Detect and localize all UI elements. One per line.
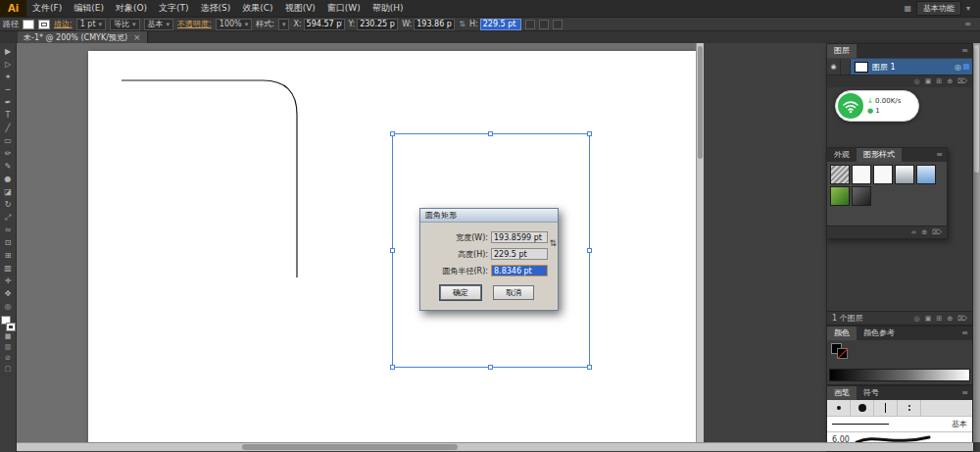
stroke-weight-dropdown[interactable]: 1 pt ▾ [76, 19, 106, 30]
fill-color-swatch[interactable] [23, 20, 34, 29]
color-mode-button[interactable]: ■ [1, 331, 16, 342]
selection-handle[interactable] [587, 131, 592, 136]
canvas[interactable] [17, 43, 704, 442]
shape-builder-tool[interactable]: ⊞ [1, 249, 16, 262]
paintbrush-tool[interactable]: ✏ [1, 147, 16, 160]
screen-mode-button[interactable]: ▢ [1, 364, 16, 375]
network-speed-widget[interactable]: ↓ 0.00K/s ● 1 [835, 90, 919, 122]
align-vertical-icon[interactable] [539, 20, 549, 29]
style-swatch-white[interactable] [852, 165, 871, 184]
menu-effect[interactable]: 效果(C) [236, 0, 278, 17]
tab-symbols[interactable]: 符号 [857, 386, 886, 400]
style-swatch-blue-gradient[interactable] [916, 165, 936, 184]
direct-selection-tool[interactable]: ▷ [1, 58, 16, 71]
stroke-swatch[interactable] [6, 323, 16, 331]
eyedropper-tool[interactable]: ✛ [1, 275, 16, 287]
close-icon[interactable]: × [133, 32, 141, 42]
style-dropdown[interactable]: ▾ [278, 19, 290, 30]
link-dimensions-icon[interactable]: ⇅ [549, 238, 557, 248]
blob-brush-tool[interactable]: ● [1, 173, 16, 185]
layer-thumbnail[interactable] [855, 62, 868, 73]
workspace-switcher[interactable]: 基本功能 [916, 1, 961, 16]
locate-object-icon[interactable]: ◎ [914, 315, 920, 323]
new-layer-icon[interactable]: ⊕ [947, 315, 953, 323]
selection-handle[interactable] [488, 365, 493, 370]
brush-item-large-dot[interactable] [851, 400, 874, 416]
target-icon[interactable]: ◎ [953, 63, 963, 72]
tab-color[interactable]: 颜色 [827, 326, 857, 340]
clipping-mask-icon[interactable]: ▣ [925, 77, 932, 85]
panel-menu-icon[interactable]: ≡ [957, 44, 972, 58]
tab-layers[interactable]: 图层 [827, 44, 857, 58]
link-dimensions-icon[interactable]: ⇅ [459, 20, 466, 28]
height-input[interactable] [491, 248, 548, 260]
x-input[interactable] [304, 19, 345, 30]
magic-wand-tool[interactable]: ✶ [1, 71, 16, 83]
trash-icon[interactable]: ⌦ [957, 315, 967, 323]
lock-cell[interactable] [841, 59, 851, 75]
tab-appearance[interactable]: 外观 [827, 148, 857, 162]
dock-scrollbar[interactable] [973, 43, 980, 442]
menu-view[interactable]: 视图(V) [279, 0, 321, 17]
selection-handle[interactable] [488, 131, 493, 136]
gradient-tool[interactable]: ▥ [1, 262, 16, 275]
style-swatch-dark[interactable] [852, 186, 871, 206]
selection-tool[interactable]: ▶ [1, 45, 16, 58]
menu-object[interactable]: 对象(O) [110, 0, 153, 17]
brush-item-scatter-dots[interactable] [898, 400, 921, 416]
menu-help[interactable]: 帮助(H) [367, 0, 410, 17]
line-segment-tool[interactable]: ╱ [1, 122, 16, 134]
panel-menu-icon[interactable]: ≡ [957, 386, 972, 400]
panel-menu-icon[interactable]: ≡ [957, 326, 972, 340]
width-profile-dropdown[interactable]: 等比 ▾ [110, 19, 140, 30]
hand-tool[interactable]: ✥ [1, 287, 16, 300]
wifi-icon[interactable] [838, 93, 863, 119]
y-input[interactable] [357, 19, 398, 30]
panel-menu-icon[interactable]: ≡ [932, 148, 947, 162]
menu-type[interactable]: 文字(T) [153, 0, 195, 17]
scrollbar-thumb[interactable] [698, 46, 703, 159]
style-swatch-default[interactable] [830, 165, 850, 184]
menu-select[interactable]: 选择(S) [195, 0, 237, 17]
rotate-tool[interactable]: ↻ [1, 198, 16, 211]
clipping-mask-icon[interactable]: ▣ [925, 315, 932, 323]
panel-menu-icon[interactable]: ≡ [964, 20, 971, 28]
stroke-panel-link[interactable]: 描边: [54, 19, 73, 29]
ok-button[interactable]: 确定 [440, 285, 481, 300]
brush-item-small-dot[interactable] [827, 400, 851, 416]
scale-tool[interactable]: ⤢ [1, 211, 16, 224]
unlink-style-icon[interactable]: ∞ [910, 228, 916, 236]
layer-name[interactable]: 图层 1 [872, 62, 953, 73]
type-tool[interactable]: T [1, 109, 16, 122]
scrollbar-thumb[interactable] [242, 444, 458, 450]
cancel-button[interactable]: 取消 [493, 285, 534, 300]
menu-window[interactable]: 窗口(W) [321, 0, 367, 17]
width-input[interactable] [491, 231, 548, 243]
rectangle-tool[interactable]: ▭ [1, 134, 16, 147]
new-sublayer-icon[interactable]: ⊞ [936, 77, 942, 85]
align-horizontal-icon[interactable] [525, 20, 535, 29]
layer-row[interactable]: ◉ 图层 1 ◎ [827, 59, 972, 75]
width-tool[interactable]: ≈ [1, 224, 16, 236]
brush-definition-dropdown[interactable]: 基本 ▾ [144, 19, 174, 30]
selection-handle[interactable] [390, 131, 395, 136]
new-sublayer-icon[interactable]: ⊞ [936, 315, 942, 323]
trash-icon[interactable]: ⌦ [932, 228, 942, 236]
fill-stroke-swatches[interactable] [1, 316, 16, 331]
radius-input[interactable] [491, 265, 548, 276]
tab-graphic-styles[interactable]: 图形样式 [857, 148, 902, 162]
pen-tool[interactable]: ✒ [1, 96, 16, 109]
color-spectrum-ramp[interactable] [829, 369, 970, 381]
menu-file[interactable]: 文件(F) [26, 0, 68, 17]
selection-color-proxy[interactable] [963, 64, 969, 70]
canvas-horizontal-scrollbar[interactable] [17, 442, 973, 451]
w-input[interactable] [414, 19, 455, 30]
scrollbar-thumb[interactable] [974, 45, 979, 173]
new-style-icon[interactable]: ⊕ [921, 228, 927, 236]
brush-row-basic[interactable]: 基本 [827, 417, 972, 432]
pencil-tool[interactable]: ✎ [1, 160, 16, 173]
free-transform-tool[interactable]: ⊡ [1, 236, 16, 249]
workspace-grid-icon[interactable]: ▦ [904, 4, 911, 13]
stroke-color-swatch[interactable] [38, 20, 50, 29]
transform-icon[interactable] [553, 20, 563, 29]
